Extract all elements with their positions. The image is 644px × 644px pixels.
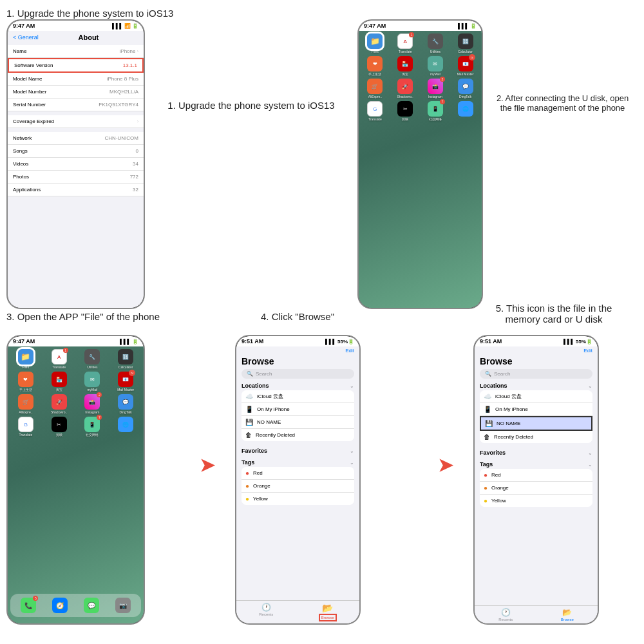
- orange-dot-4: ●: [245, 482, 249, 489]
- app-instagram[interactable]: 📸 2 Instagram: [422, 79, 450, 99]
- edit-button-4[interactable]: Edit: [345, 348, 354, 354]
- app-capcut[interactable]: ✂ 剪映: [392, 101, 419, 121]
- dock-phone[interactable]: 📞 5: [21, 598, 36, 613]
- app-files[interactable]: 📁 Files: [361, 33, 389, 53]
- locations-chevron-4: ⌄: [350, 383, 354, 389]
- iphone-3: 9:47 AM ▌▌▌ 🔋 📁 Files A 1: [6, 335, 145, 625]
- app-google[interactable]: G Translate: [361, 101, 389, 121]
- step1-label: 1. Upgrade the phone system to iOS13: [6, 8, 173, 19]
- clock-icon-5: 🕐: [501, 608, 511, 617]
- app-calculator[interactable]: 🔢 Calculator: [451, 33, 479, 53]
- noname-label-4: NO NAME: [257, 419, 281, 425]
- yellow-tag-5[interactable]: ● Yellow: [480, 495, 592, 507]
- settings-table-3: Network CHN-UNICOM Songs 0 Videos 34 Pho…: [8, 132, 144, 196]
- app-g2[interactable]: ✂ 剪映: [44, 417, 75, 437]
- browse-tab-5[interactable]: 📂 Browse: [561, 608, 574, 621]
- yellow-dot-4: ●: [245, 495, 249, 502]
- orange-tag-4[interactable]: ● Orange: [242, 480, 354, 493]
- row-coverage: Coverage Expired ›: [8, 115, 144, 128]
- dock-messages[interactable]: 💬: [84, 598, 99, 613]
- orange-tag-5[interactable]: ● Orange: [480, 482, 592, 495]
- app-translate[interactable]: A 1 Translate: [392, 33, 419, 53]
- onmyiphone-label-5: On My iPhone: [495, 406, 528, 412]
- red-dot-5: ●: [484, 471, 488, 478]
- app-m1[interactable]: ❤ 手上生活: [10, 372, 41, 392]
- app-unknown2[interactable]: 🌐: [451, 101, 479, 121]
- capcut-icon: ✂: [403, 106, 408, 112]
- icloud-item-4[interactable]: ☁️ iCloud 云盘: [242, 390, 354, 403]
- app-c2[interactable]: 🔢 Calculator: [110, 349, 141, 369]
- red-tag-5[interactable]: ● Red: [480, 469, 592, 482]
- back-button[interactable]: < General: [13, 34, 39, 41]
- wifi-icon: 📶: [124, 23, 131, 29]
- step2-desc: 2. After connecting the U disk, open the…: [487, 93, 638, 113]
- search-bar-4[interactable]: 🔍 Search: [242, 369, 354, 379]
- recents-tab-5[interactable]: 🕐 Recents: [498, 608, 513, 621]
- files-icon: 📁: [370, 37, 380, 46]
- red-label-5: Red: [491, 472, 501, 478]
- app-m4[interactable]: 📧 74 Mail Master: [110, 372, 141, 392]
- onmyiphone-item-5[interactable]: 📱 On My iPhone: [480, 403, 592, 416]
- app-files-3[interactable]: 📁 Files: [10, 349, 41, 369]
- browse-tab-4[interactable]: 📂 Browse: [319, 603, 337, 621]
- app-shadowrocket[interactable]: 🚀 Shadowro..: [392, 79, 419, 99]
- tags-chevron-4: ⌄: [350, 460, 354, 466]
- app-m2[interactable]: 🏪 淘宝: [44, 372, 75, 392]
- app-utilities[interactable]: 🔧 Utilities: [422, 33, 450, 53]
- app-g3[interactable]: 📱 7 社交网络: [77, 417, 108, 437]
- edit-button-5[interactable]: Edit: [583, 348, 592, 354]
- app-g1[interactable]: G Translate: [10, 417, 41, 437]
- mail-icon: ✉: [433, 61, 437, 67]
- app-shop[interactable]: 🏪 淘宝: [392, 56, 419, 76]
- rocket-icon: 🚀: [402, 84, 408, 90]
- app-m3[interactable]: ✉ myMail: [77, 372, 108, 392]
- recentlydeleted-item-5[interactable]: 🗑 Recently Deleted: [480, 431, 592, 443]
- search-icon-5: 🔍: [485, 371, 491, 377]
- onmyiphone-item-4[interactable]: 📱 On My iPhone: [242, 403, 354, 416]
- app-r1[interactable]: 🛒 AliExpre..: [10, 394, 41, 414]
- orange-dot-5: ●: [484, 484, 488, 491]
- search-bar-5[interactable]: 🔍 Search: [480, 369, 592, 379]
- noname-item-4[interactable]: 💾 NO NAME: [242, 416, 354, 429]
- tags-items-5: ● Red ● Orange ● Yellow: [480, 469, 592, 507]
- clock-icon-4: 🕐: [261, 603, 271, 612]
- settings-title: About: [39, 33, 138, 41]
- icloud-item-5[interactable]: ☁️ iCloud 云盘: [480, 390, 592, 403]
- app-u2[interactable]: 🔧 Utilities: [77, 349, 108, 369]
- search-icon-4: 🔍: [247, 371, 253, 377]
- signal-icon-4: ▌▌▌: [325, 339, 336, 345]
- app-mylife[interactable]: ❤ 手上生活: [361, 56, 389, 76]
- dock-safari[interactable]: 🧭: [52, 598, 68, 613]
- app-grid-3: 📁 Files A 1 Translate 🔧 Utilities: [10, 349, 141, 437]
- tags-section-4: Tags ⌄ ● Red ● Orange ● Yellow: [236, 457, 359, 509]
- yellow-dot-5: ●: [484, 497, 488, 504]
- step4-label: 4. Click "Browse": [261, 311, 334, 322]
- translate-icon: A: [403, 39, 406, 44]
- app-r2[interactable]: 🚀 Shadowro..: [44, 394, 75, 414]
- iphone-icon-5: 📱: [484, 406, 491, 413]
- trash-icon-4: 🗑: [245, 431, 252, 439]
- app-dingtalk[interactable]: 💬 DingTalk: [451, 79, 479, 99]
- search-placeholder-5: Search: [494, 371, 510, 377]
- status-bar-4: 9:51 AM ▌▌▌ 55%🔋: [236, 336, 359, 346]
- app-r4[interactable]: 💬 DingTalk: [110, 394, 141, 414]
- app-mailmaster[interactable]: 📧 74 Mail Master: [451, 56, 479, 76]
- recentlydeleted-item-4[interactable]: 🗑 Recently Deleted: [242, 429, 354, 441]
- locations-title-4: Locations: [242, 383, 269, 389]
- dock-camera[interactable]: 📷: [115, 598, 131, 613]
- red-tag-4[interactable]: ● Red: [242, 467, 354, 480]
- recents-tab-4[interactable]: 🕐 Recents: [259, 603, 273, 621]
- icloud-label-5: iCloud 云盘: [495, 393, 522, 400]
- noname-item-5[interactable]: 💾 NO NAME: [480, 416, 592, 431]
- ig-icon: 📸: [432, 84, 439, 90]
- favorites-chevron-4: ⌄: [350, 448, 354, 454]
- red-label-4: Red: [253, 470, 263, 476]
- yellow-tag-4[interactable]: ● Yellow: [242, 493, 354, 505]
- app-mymail[interactable]: ✉ myMail: [422, 56, 450, 76]
- app-unknown1[interactable]: 📱 7 社交网络: [422, 101, 450, 121]
- red-dot-4: ●: [245, 469, 249, 477]
- app-aliexpress[interactable]: 🛒 AliExpre..: [361, 79, 389, 99]
- app-g4[interactable]: 🌐: [110, 417, 141, 437]
- app-r3[interactable]: 📸 2 Instagram: [77, 394, 108, 414]
- app-t2[interactable]: A 1 Translate: [44, 349, 75, 369]
